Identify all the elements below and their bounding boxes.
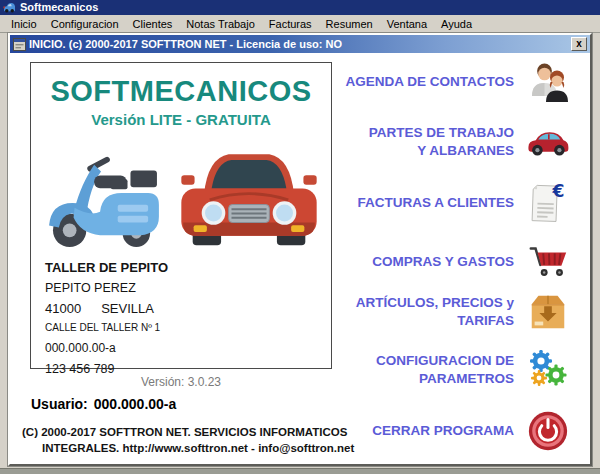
- vehicle-illustrations: [31, 139, 331, 249]
- stock-box-icon: [526, 290, 570, 334]
- edition-subtitle: Versión LITE - GRATUITA: [31, 111, 331, 128]
- owner-details: TALLER DE PEPITO PEPITO PEREZ 41000SEVIL…: [45, 260, 168, 376]
- copyright-line-1: (C) 2000-2017 SOFTTRON NET. SERVICIOS IN…: [22, 425, 374, 441]
- street-address: CALLE DEL TALLER Nº 1: [45, 322, 168, 333]
- user-value: 000.000.00-a: [94, 396, 177, 412]
- user-label: Usuario:: [31, 396, 88, 412]
- contacts-icon: [526, 60, 570, 104]
- car-illustration: [175, 143, 323, 249]
- menu-configuracion-parametros[interactable]: CONFIGURACION DE PARAMETROS: [340, 346, 570, 394]
- menu-configuracion[interactable]: Configuracion: [44, 17, 126, 31]
- window-title: Softmecanicos: [20, 0, 98, 15]
- version-caption: Versión: 3.0.23: [30, 375, 332, 389]
- inicio-content: SOFTMECANICOS Versión LITE - GRATUITA: [10, 53, 590, 464]
- svg-text:€: €: [552, 181, 565, 201]
- invoice-euro-icon: €: [526, 181, 570, 225]
- app-window: Softmecanicos Inicio Configuracion Clien…: [0, 0, 600, 474]
- menu-facturas[interactable]: Facturas: [262, 17, 319, 31]
- phone-number: 123 456 789: [45, 362, 168, 376]
- menu-notas-trabajo[interactable]: Notas Trabajo: [179, 17, 261, 31]
- postal-code: 41000: [45, 301, 81, 316]
- child-window-title: INICIO. (c) 2000-2017 SOFTTRON NET - Lic…: [29, 38, 571, 50]
- postal-city: 41000SEVILLA: [45, 301, 168, 316]
- copyright-notice: (C) 2000-2017 SOFTTRON NET. SERVICIOS IN…: [22, 425, 374, 456]
- business-name: TALLER DE PEPITO: [45, 260, 168, 275]
- menu-partes-trabajo[interactable]: PARTES DE TRABAJO Y ALBARANES: [340, 118, 570, 166]
- shopping-cart-icon: [526, 240, 570, 284]
- inicio-child-window: INICIO. (c) 2000-2017 SOFTTRON NET - Lic…: [8, 33, 592, 466]
- menu-agenda-contactos[interactable]: AGENDA DE CONTACTOS: [340, 60, 570, 104]
- menu-ventana[interactable]: Ventana: [380, 17, 434, 31]
- license-card: SOFTMECANICOS Versión LITE - GRATUITA: [30, 62, 332, 369]
- menu-ayuda[interactable]: Ayuda: [434, 17, 479, 31]
- menu-facturas-clientes[interactable]: FACTURAS A CLIENTES: [340, 178, 570, 228]
- power-off-icon: [526, 409, 570, 453]
- menu-compras-gastos[interactable]: COMPRAS Y GASTOS: [340, 239, 570, 285]
- menu-clientes[interactable]: Clientes: [126, 17, 180, 31]
- menu-resumen[interactable]: Resumen: [319, 17, 380, 31]
- work-orders-car-icon: [526, 120, 570, 164]
- copyright-line-2: INTEGRALES. http://www.softtron.net - in…: [22, 441, 374, 457]
- close-icon[interactable]: x: [571, 37, 587, 51]
- window-bottom-edge: [0, 468, 600, 474]
- brand-title: SOFTMECANICOS: [31, 75, 331, 108]
- city: SEVILLA: [101, 301, 154, 316]
- main-menu: AGENDA DE CONTACTOS: [340, 53, 570, 464]
- tax-id: 000.000.00-a: [45, 341, 168, 355]
- gears-icon: [526, 348, 570, 392]
- scooter-illustration: [39, 147, 167, 249]
- menu-cerrar-programa[interactable]: CERRAR PROGRAMA: [340, 408, 570, 454]
- menu-inicio[interactable]: Inicio: [4, 17, 44, 31]
- form-window-icon: [13, 38, 26, 51]
- menu-articulos-precios[interactable]: ARTÍCULOS, PRECIOS y TARIFAS: [340, 288, 570, 336]
- window-titlebar[interactable]: Softmecanicos: [0, 0, 600, 15]
- app-icon: [3, 2, 16, 13]
- owner-name: PEPITO PEREZ: [45, 281, 168, 295]
- user-line: Usuario:000.000.00-a: [31, 396, 176, 412]
- child-window-titlebar[interactable]: INICIO. (c) 2000-2017 SOFTTRON NET - Lic…: [10, 35, 590, 53]
- menubar: Inicio Configuracion Clientes Notas Trab…: [0, 15, 600, 32]
